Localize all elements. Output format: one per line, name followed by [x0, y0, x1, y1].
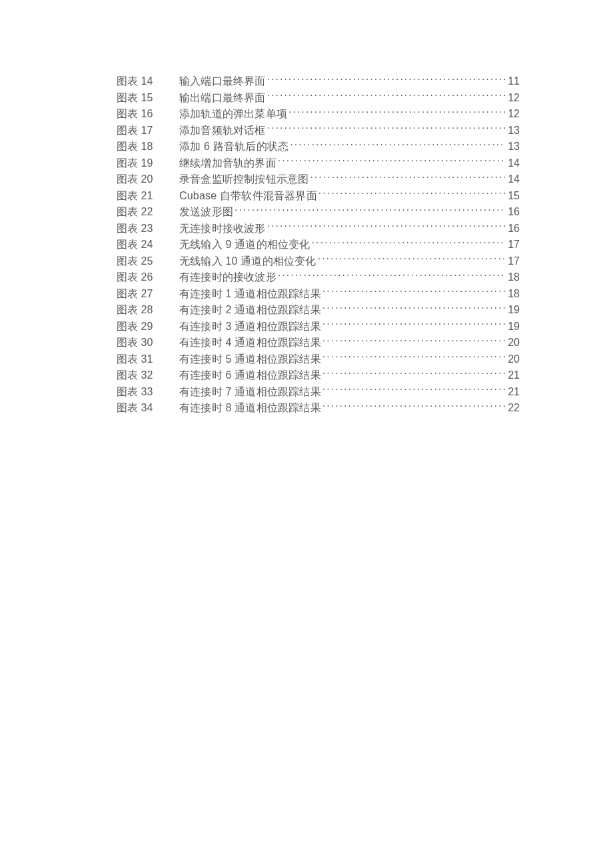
- toc-entry-label: 图表26: [117, 269, 179, 286]
- toc-label-prefix: 图表: [117, 255, 138, 267]
- toc-entry: 图表34有连接时 8 通道相位跟踪结果22: [117, 400, 520, 417]
- toc-entry-page: 13: [506, 123, 520, 139]
- toc-entry-title: 有连接时 1 通道相位跟踪结果: [179, 286, 321, 303]
- toc-label-number: 18: [138, 141, 153, 152]
- toc-entry-title: 有连接时的接收波形: [179, 269, 277, 286]
- toc-label-number: 20: [138, 173, 153, 185]
- toc-leader-dots: [312, 237, 505, 248]
- toc-entry-label: 图表21: [117, 188, 179, 205]
- toc-entry: 图表18添加 6 路音轨后的状态13: [117, 139, 520, 155]
- toc-entry-title: 继续增加音轨的界面: [179, 155, 277, 172]
- toc-entry-title: 无连接时接收波形: [179, 221, 266, 237]
- toc-label-number: 19: [138, 157, 153, 169]
- toc-leader-dots: [322, 287, 505, 297]
- toc-entry-page: 12: [506, 90, 520, 107]
- toc-entry-label: 图表32: [117, 367, 179, 384]
- toc-entry-label: 图表33: [117, 384, 179, 401]
- toc-entry-title: 添加 6 路音轨后的状态: [179, 139, 289, 155]
- toc-entry-title: 有连接时 8 通道相位跟踪结果: [179, 400, 321, 417]
- toc-entry-page: 15: [506, 188, 520, 205]
- toc-label-prefix: 图表: [117, 402, 138, 413]
- toc-entry-label: 图表28: [117, 302, 179, 319]
- toc-label-prefix: 图表: [117, 173, 138, 185]
- toc-entry-label: 图表14: [117, 73, 179, 90]
- toc-entry-title: 有连接时 3 通道相位跟踪结果: [179, 319, 321, 335]
- toc-label-prefix: 图表: [117, 369, 138, 381]
- toc-leader-dots: [322, 368, 505, 379]
- toc-leader-dots: [318, 254, 505, 265]
- toc-label-number: 15: [138, 92, 153, 103]
- toc-leader-dots: [310, 172, 505, 183]
- toc-label-number: 29: [138, 321, 153, 332]
- toc-entry-label: 图表30: [117, 335, 179, 351]
- toc-leader-dots: [235, 205, 505, 215]
- toc-entry-title: 有连接时 2 通道相位跟踪结果: [179, 302, 321, 319]
- toc-label-prefix: 图表: [117, 223, 138, 234]
- toc-label-prefix: 图表: [117, 239, 138, 250]
- toc-entry-title: Cubase 自带软件混音器界面: [179, 188, 317, 205]
- toc-entry-page: 14: [506, 171, 520, 188]
- toc-entry: 图表25无线输入 10 通道的相位变化17: [117, 253, 520, 270]
- toc-leader-dots: [267, 123, 505, 134]
- toc-label-prefix: 图表: [117, 141, 138, 152]
- toc-entry-label: 图表31: [117, 351, 179, 368]
- toc-label-prefix: 图表: [117, 157, 138, 169]
- toc-label-number: 34: [138, 402, 153, 413]
- toc-label-prefix: 图表: [117, 271, 138, 283]
- toc-entry-page: 19: [506, 319, 520, 335]
- toc-leader-dots: [322, 401, 505, 411]
- toc-label-number: 17: [138, 125, 153, 136]
- toc-entry-label: 图表29: [117, 319, 179, 335]
- toc-entry-label: 图表17: [117, 123, 179, 139]
- toc-entry: 图表16添加轨道的弹出菜单项12: [117, 106, 520, 123]
- toc-label-prefix: 图表: [117, 108, 138, 119]
- toc-leader-dots: [278, 270, 505, 281]
- toc-entry-title: 有连接时 4 通道相位跟踪结果: [179, 335, 321, 351]
- toc-leader-dots: [322, 385, 505, 395]
- toc-entry: 图表23无连接时接收波形16: [117, 221, 520, 237]
- toc-label-prefix: 图表: [117, 321, 138, 332]
- toc-label-number: 16: [138, 108, 153, 119]
- toc-entry: 图表15输出端口最终界面12: [117, 90, 520, 107]
- toc-leader-dots: [267, 221, 505, 232]
- toc-leader-dots: [322, 303, 505, 313]
- toc-leader-dots: [290, 139, 505, 150]
- toc-label-prefix: 图表: [117, 92, 138, 103]
- toc-label-number: 14: [138, 75, 153, 87]
- toc-label-prefix: 图表: [117, 337, 138, 348]
- toc-entry-title: 无线输入 10 通道的相位变化: [179, 253, 316, 270]
- toc-leader-dots: [322, 352, 505, 363]
- toc-entry-title: 添加音频轨对话框: [179, 123, 266, 139]
- toc-label-number: 22: [138, 206, 153, 217]
- toc-leader-dots: [267, 74, 505, 85]
- toc-label-number: 27: [138, 288, 153, 299]
- toc-entry-page: 12: [506, 106, 520, 123]
- toc-entry-label: 图表34: [117, 400, 179, 417]
- toc-entry-page: 17: [506, 237, 520, 253]
- toc-entry: 图表29有连接时 3 通道相位跟踪结果19: [117, 319, 520, 335]
- table-of-figures: 图表14输入端口最终界面11图表15输出端口最终界面12图表16添加轨道的弹出菜…: [117, 73, 520, 417]
- toc-label-number: 31: [138, 353, 153, 365]
- toc-entry-page: 18: [506, 286, 520, 303]
- toc-entry-page: 20: [506, 351, 520, 368]
- toc-entry-label: 图表24: [117, 237, 179, 253]
- toc-entry-title: 有连接时 5 通道相位跟踪结果: [179, 351, 321, 368]
- toc-label-prefix: 图表: [117, 206, 138, 217]
- toc-label-prefix: 图表: [117, 125, 138, 136]
- toc-entry: 图表27有连接时 1 通道相位跟踪结果18: [117, 286, 520, 303]
- toc-label-prefix: 图表: [117, 304, 138, 315]
- toc-entry-label: 图表25: [117, 253, 179, 270]
- toc-label-number: 25: [138, 255, 153, 267]
- toc-entry-title: 发送波形图: [179, 204, 233, 221]
- toc-entry: 图表17添加音频轨对话框13: [117, 123, 520, 139]
- toc-entry: 图表26有连接时的接收波形18: [117, 269, 520, 286]
- toc-label-prefix: 图表: [117, 288, 138, 299]
- toc-leader-dots: [322, 335, 505, 346]
- toc-entry-label: 图表18: [117, 139, 179, 155]
- toc-entry-label: 图表23: [117, 221, 179, 237]
- toc-entry: 图表33有连接时 7 通道相位跟踪结果21: [117, 384, 520, 401]
- toc-entry-page: 21: [506, 384, 520, 401]
- toc-entry-title: 有连接时 6 通道相位跟踪结果: [179, 367, 321, 384]
- toc-entry-page: 14: [506, 155, 520, 172]
- toc-label-number: 24: [138, 239, 153, 250]
